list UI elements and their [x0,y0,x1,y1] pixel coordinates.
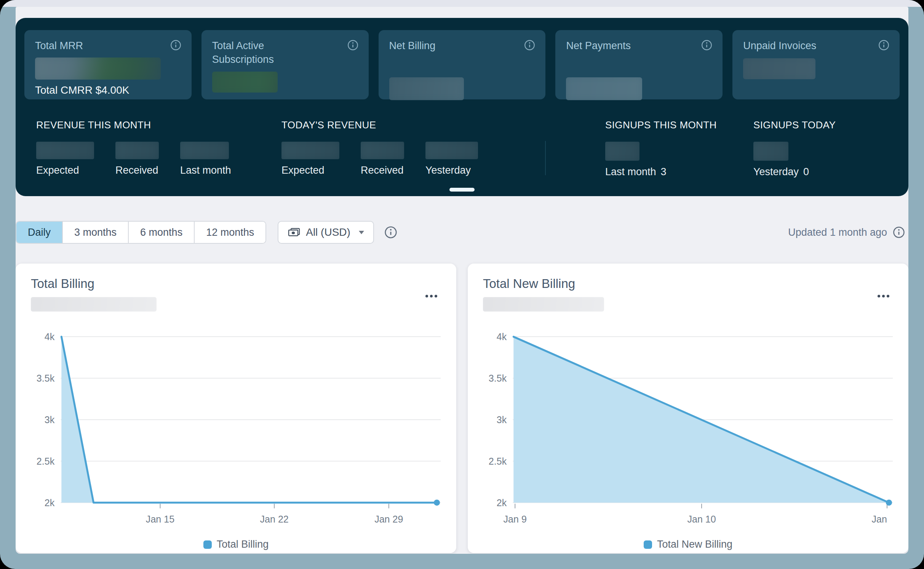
summary-stat: Yesterday0 [753,142,809,178]
range-tab-daily[interactable]: Daily [16,222,63,243]
total-new-billing-chart[interactable]: 4k3.5k3k2.5k2kJan 9Jan 10Jan [483,328,893,538]
dashboard-content: Total MRR Total CMRR $4.00K Total Active… [16,7,908,554]
svg-text:Jan 10: Jan 10 [687,514,716,524]
range-tab-6-months[interactable]: 6 months [129,222,195,243]
masked-value [743,58,815,79]
legend-label: Total New Billing [657,539,732,550]
svg-text:Jan 9: Jan 9 [504,514,527,524]
svg-text:3.5k: 3.5k [37,373,55,384]
stat-card-title: Net Billing [389,39,494,53]
currency-filter-button[interactable]: All (USD) [278,221,374,244]
summary-stat: Expected [281,142,339,176]
masked-value [605,142,639,161]
masked-value [115,142,159,159]
stat-label: Last month3 [605,166,667,178]
info-icon[interactable] [524,39,536,51]
range-tab-12-months[interactable]: 12 months [195,222,265,243]
stat-cards-row: Total MRR Total CMRR $4.00K Total Active… [16,18,908,99]
chart-menu-button[interactable] [423,292,440,300]
date-range-segmented-control: Daily 3 months 6 months 12 months [16,221,266,244]
svg-text:Jan 22: Jan 22 [260,514,289,524]
svg-text:4k: 4k [497,331,507,342]
legend-swatch [203,540,212,549]
summary-signups-today: SIGNUPS TODAY Yesterday0 [753,119,836,178]
stat-card-net-billing: Net Billing [379,30,546,99]
summary-stat: Last month [180,142,231,176]
info-icon[interactable] [170,39,182,51]
svg-text:Jan 29: Jan 29 [374,514,403,524]
svg-text:Jan 15: Jan 15 [146,514,174,524]
chart-toolbar: Daily 3 months 6 months 12 months All (U… [16,221,908,244]
svg-text:2k: 2k [497,497,507,508]
masked-value [281,142,339,159]
charts-row: Total Billing 4k3.5k3k2.5k2kJan 15Jan 22… [16,264,908,553]
summary-heading: SIGNUPS THIS MONTH [605,119,717,131]
summary-stat: Yesterday [425,142,478,176]
stat-label: Yesterday [425,165,478,176]
masked-chart-value [31,297,157,312]
masked-chart-value [483,297,604,312]
summary-revenue-this-month: REVENUE THIS MONTH Expected Received [36,119,231,176]
summary-heading: REVENUE THIS MONTH [36,119,231,131]
banknote-icon [288,227,301,238]
window-titlebar [0,0,924,7]
info-icon[interactable] [701,39,713,51]
stat-card-unpaid-invoices: Unpaid Invoices [732,30,900,99]
range-tab-3-months[interactable]: 3 months [63,222,129,243]
stat-card-total-mrr: Total MRR Total CMRR $4.00K [24,30,192,99]
chart-legend[interactable]: Total New Billing [483,539,893,550]
masked-value [566,77,642,100]
stat-card-active-subscriptions: Total Active Subscriptions [201,30,369,99]
summary-stat: Expected [36,142,94,176]
svg-text:3k: 3k [497,414,507,425]
svg-text:4k: 4k [45,331,55,342]
metrics-hero-panel: Total MRR Total CMRR $4.00K Total Active… [16,18,908,196]
stat-value: 3 [661,166,667,177]
svg-text:2.5k: 2.5k [37,456,55,467]
stat-label: Yesterday0 [753,166,809,178]
updated-text: Updated 1 month ago [788,227,887,238]
chart-menu-button[interactable] [875,292,892,300]
svg-text:2.5k: 2.5k [489,456,507,467]
stat-card-net-payments: Net Payments [555,30,723,99]
chart-legend[interactable]: Total Billing [31,539,441,550]
stat-label: Expected [281,165,339,176]
legend-label: Total Billing [217,539,269,550]
masked-value [753,142,788,161]
stat-label: Expected [36,165,94,176]
svg-text:3.5k: 3.5k [489,373,507,384]
svg-text:2k: 2k [45,497,55,508]
stat-card-title: Net Payments [566,39,671,53]
total-billing-chart[interactable]: 4k3.5k3k2.5k2kJan 15Jan 22Jan 29 [31,328,441,538]
summary-stat: Received [361,142,404,176]
summary-signups-this-month: SIGNUPS THIS MONTH Last month3 [605,119,717,178]
stat-card-title: Unpaid Invoices [743,39,848,53]
svg-text:Jan: Jan [872,514,887,524]
currency-filter-label: All (USD) [306,226,350,238]
panel-drag-handle[interactable] [449,188,475,192]
info-icon[interactable] [878,39,890,51]
chart-card-total-billing: Total Billing 4k3.5k3k2.5k2kJan 15Jan 22… [16,264,456,553]
updated-info-icon[interactable] [892,226,905,239]
stat-label: Received [361,165,404,176]
dashboard-screen: Total MRR Total CMRR $4.00K Total Active… [0,0,924,569]
stat-card-title: Total MRR [35,39,140,53]
chevron-down-icon [359,231,364,234]
summary-divider [545,141,546,175]
summary-stat: Last month3 [605,142,667,178]
summary-heading: SIGNUPS TODAY [753,119,836,131]
svg-text:3k: 3k [45,414,55,425]
summary-heading: TODAY'S REVENUE [281,119,478,131]
summary-row: REVENUE THIS MONTH Expected Received [16,119,908,195]
masked-value [35,58,161,80]
stat-value: 0 [803,166,809,177]
masked-value [212,72,278,93]
total-cmrr-footnote: Total CMRR $4.00K [35,84,181,96]
info-icon[interactable] [347,39,359,51]
legend-swatch [644,540,652,549]
summary-stat: Received [115,142,159,176]
masked-value [36,142,94,159]
stat-label: Received [115,165,159,176]
masked-value [389,77,464,100]
filter-info-icon[interactable] [384,225,398,239]
